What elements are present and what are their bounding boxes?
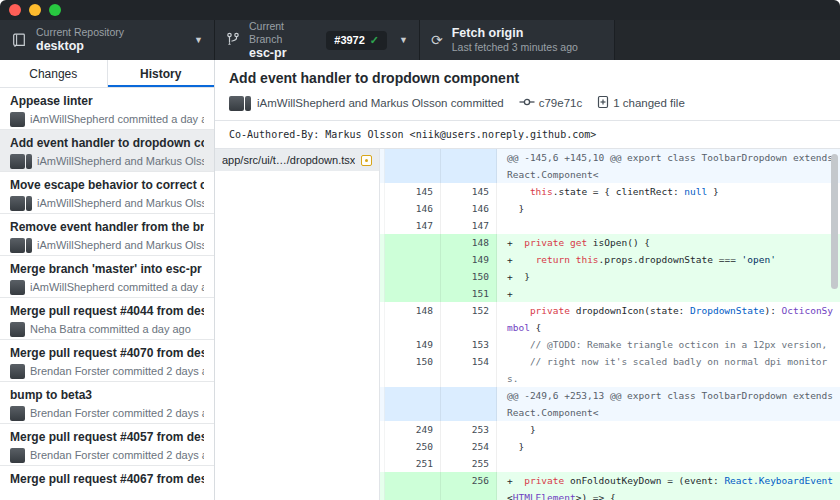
commit-item-title: Merge pull request #4070 from desk…: [10, 346, 204, 360]
file-path: app/src/ui/t…/dropdown.tsx: [222, 154, 355, 166]
commit-description: Co-Authored-By: Markus Olsson <niik@user…: [215, 121, 840, 149]
diff-context-line: 148152 private dropdownIcon(state: Dropd…: [380, 302, 840, 336]
commit-item-meta: Neha Batra committed a day ago: [10, 322, 204, 337]
commit-list-item[interactable]: bump to beta3Brendan Forster committed 2…: [0, 382, 214, 424]
branch-name: esc-pr: [249, 46, 316, 61]
avatar: [10, 196, 32, 211]
minimize-window-button[interactable]: [29, 4, 41, 16]
changed-files-panel: app/src/ui/t…/dropdown.tsx: [215, 149, 380, 500]
repository-name: desktop: [36, 39, 124, 54]
avatar: [10, 364, 25, 379]
commit-list-item[interactable]: Merge pull request #4057 from desk…Brend…: [0, 424, 214, 466]
modified-dot-icon: [361, 155, 372, 166]
commit-item-meta: Brendan Forster committed 2 days ago: [10, 364, 204, 379]
avatar: [10, 406, 25, 421]
chevron-down-icon: ▼: [399, 35, 408, 45]
commit-list-item[interactable]: Add event handler to dropdown com…iAmWil…: [0, 130, 214, 172]
avatar: [10, 448, 25, 463]
diff-context-line: 145145 this.state = { clientRect: null }: [380, 183, 840, 200]
diff-context-line: 146146 }: [380, 200, 840, 217]
commit-avatars: [229, 96, 251, 111]
commit-item-meta: iAmWillShepherd and Markus Olsson…: [10, 196, 204, 211]
git-branch-icon: [226, 32, 240, 48]
traffic-lights: [9, 4, 61, 16]
commit-item-meta: iAmWillShepherd and Markus Olsson…: [10, 154, 204, 169]
tab-history[interactable]: History: [108, 60, 215, 87]
branch-label: Current Branch: [249, 20, 316, 46]
repository-label: Current Repository: [36, 26, 124, 39]
commit-list: Appease linteriAmWillShepherd committed …: [0, 88, 214, 500]
tab-changes[interactable]: Changes: [0, 60, 108, 87]
commit-item-title: Move escape behavior to correct co…: [10, 178, 204, 192]
commit-title: Add event handler to dropdown component: [229, 70, 826, 87]
commit-byline: iAmWillShepherd and Markus Olsson commit…: [257, 97, 504, 109]
branch-switcher[interactable]: Current Branch esc-pr #3972 ✓ ▼: [215, 20, 420, 60]
diff-context-line: 250254 }: [380, 438, 840, 455]
commit-list-item[interactable]: Move escape behavior to correct co…iAmWi…: [0, 172, 214, 214]
repo-icon: [11, 32, 27, 48]
titlebar: [0, 0, 840, 20]
commit-sha-group: c79e71c: [519, 96, 582, 110]
diff-context-line: 150154 // right now it's scaled badly on…: [380, 353, 840, 387]
history-sidebar: ChangesHistory Appease linteriAmWillShep…: [0, 60, 215, 500]
commit-item-meta: Brendan Forster committed 2 days ago: [10, 448, 204, 463]
app-window: Current Repository desktop ▼ Current Bra…: [0, 0, 840, 500]
commit-item-meta: iAmWillShepherd committed a day ago: [10, 112, 204, 127]
repository-switcher[interactable]: Current Repository desktop ▼: [0, 20, 215, 60]
diff-added-line: 256+ private onFoldoutKeyDown = (event: …: [380, 472, 840, 500]
changed-files-group: 1 changed file: [597, 95, 685, 111]
fetch-status: Last fetched 3 minutes ago: [452, 41, 578, 54]
commit-list-item[interactable]: Merge pull request #4044 from des…Neha B…: [0, 298, 214, 340]
commit-list-item[interactable]: Appease linteriAmWillShepherd committed …: [0, 88, 214, 130]
commit-item-title: Appease linter: [10, 94, 204, 108]
file-icon: [597, 95, 609, 111]
commit-detail-panel: Add event handler to dropdown component …: [215, 60, 840, 500]
toolbar-empty-area: [615, 20, 840, 60]
diff-scrollbar-thumb[interactable]: [831, 154, 838, 289]
commit-item-title: bump to beta3: [10, 388, 204, 402]
avatar: [10, 322, 25, 337]
diff-viewer: @@ -145,6 +145,10 @@ export class Toolba…: [380, 149, 840, 500]
diff-context-line: 251255: [380, 455, 840, 472]
commit-header: Add event handler to dropdown component …: [215, 60, 840, 121]
diff-added-line: 149+ return this.props.dropdownState ===…: [380, 251, 840, 268]
diff-context-line: 149153 // @TODO: Remake triangle octicon…: [380, 336, 840, 353]
commit-item-meta: iAmWillShepherd and Markus Olsson…: [10, 238, 204, 253]
changed-files-label: 1 changed file: [613, 97, 685, 109]
diff-context-line: 147147: [380, 217, 840, 234]
file-list-item[interactable]: app/src/ui/t…/dropdown.tsx: [215, 149, 379, 171]
pr-number: #3972: [334, 34, 365, 46]
avatar: [10, 154, 32, 169]
commit-item-meta: iAmWillShepherd committed a day ago: [10, 280, 204, 295]
commit-list-item[interactable]: Merge branch 'master' into esc-priAmWill…: [0, 256, 214, 298]
fetch-label: Fetch origin: [452, 26, 578, 41]
commit-item-title: Merge pull request #4044 from des…: [10, 304, 204, 318]
pr-status-badge[interactable]: #3972 ✓: [326, 31, 387, 50]
diff-hunk-header: @@ -145,6 +145,10 @@ export class Toolba…: [380, 149, 840, 183]
avatar: [10, 238, 32, 253]
commit-item-meta: Brendan Forster committed 2 days ago: [10, 406, 204, 421]
commit-item-title: Remove event handler from the bran…: [10, 220, 204, 234]
close-window-button[interactable]: [9, 4, 21, 16]
commit-item-title: Merge pull request #4057 from desk…: [10, 430, 204, 444]
sidebar-tabs: ChangesHistory: [0, 60, 214, 88]
sync-icon: ⟳: [431, 33, 443, 47]
toolbar: Current Repository desktop ▼ Current Bra…: [0, 20, 840, 60]
commit-item-title: Merge branch 'master' into esc-pr: [10, 262, 204, 276]
fetch-origin-button[interactable]: ⟳ Fetch origin Last fetched 3 minutes ag…: [420, 20, 615, 60]
avatar: [10, 280, 25, 295]
diff-context-line: 249253 }: [380, 421, 840, 438]
commit-list-item[interactable]: Merge pull request #4070 from desk…Brend…: [0, 340, 214, 382]
commit-item-title: Merge pull request #4067 from desk…: [10, 472, 204, 486]
commit-list-item[interactable]: Remove event handler from the bran…iAmWi…: [0, 214, 214, 256]
git-commit-icon: [519, 96, 535, 110]
diff-added-line: 151+: [380, 285, 840, 302]
zoom-window-button[interactable]: [49, 4, 61, 16]
diff-added-line: 148+ private get isOpen() {: [380, 234, 840, 251]
commit-list-item[interactable]: Merge pull request #4067 from desk…: [0, 466, 214, 500]
commit-item-title: Add event handler to dropdown com…: [10, 136, 204, 150]
avatar: [10, 112, 25, 127]
diff-hunk-header: @@ -249,6 +253,13 @@ export class Toolba…: [380, 387, 840, 421]
check-icon: ✓: [370, 34, 379, 47]
diff-added-line: 150+ }: [380, 268, 840, 285]
